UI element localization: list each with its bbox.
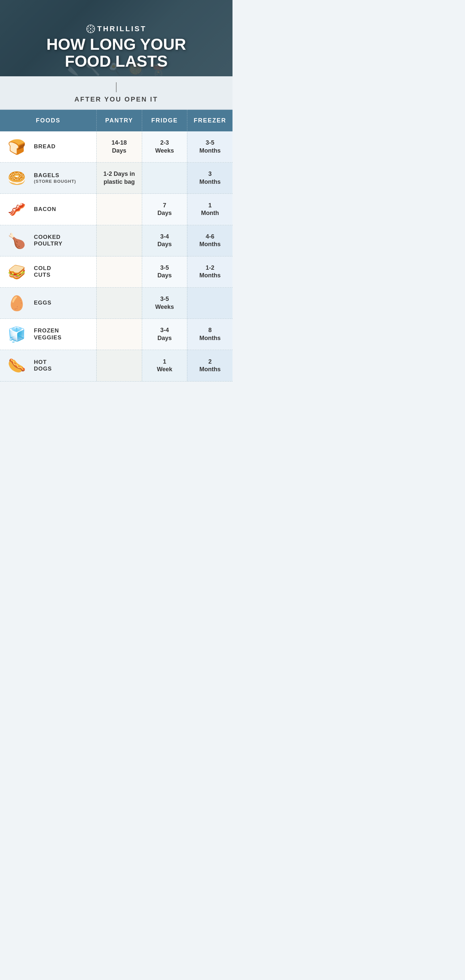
food-emoji-eggs: 🥚 [3,294,30,312]
food-emoji-bacon: 🥓 [3,200,30,219]
food-row-hot-dogs: 🌭HOT DOGS1 Week2 Months [0,350,232,381]
svg-line-7 [92,30,93,32]
freezer-bread: 3-5 Months [187,131,232,162]
table-header: FOODS PANTRY FRIDGE FREEZER [0,110,232,131]
fridge-frozen-veggies: 3-4 Days [142,319,187,350]
hero-content: THRILLIST HOW LONG YOUR FOOD LASTS [46,24,186,70]
fridge-cold-cuts: 3-5 Days [142,256,187,287]
subtitle-text: AFTER YOU OPEN IT [74,95,158,103]
pantry-bacon [96,194,142,224]
fridge-cooked-poultry: 3-4 Days [142,225,187,256]
header-fridge: FRIDGE [142,110,187,131]
hero-title: HOW LONG YOUR FOOD LASTS [46,36,186,70]
food-label-frozen-veggies: FROZEN VEGGIES [34,328,62,341]
fridge-eggs: 3-5 Weeks [142,288,187,318]
pantry-frozen-veggies [96,319,142,350]
food-row-frozen-veggies: 🧊FROZEN VEGGIES3-4 Days8 Months [0,319,232,350]
subtitle-banner: AFTER YOU OPEN IT [0,76,232,110]
svg-point-1 [90,28,91,30]
svg-line-8 [92,26,93,27]
fridge-bacon: 7 Days [142,194,187,224]
food-row-bagels: 🥯BAGELS(STORE BOUGHT)1-2 Days in plastic… [0,162,232,194]
fridge-bread: 2-3 Weeks [142,131,187,162]
food-name-cooked-poultry: 🍗COOKED POULTRY [0,225,96,256]
food-label-bagels: BAGELS [34,172,76,179]
food-table: 🍞BREAD14-18 Days2-3 Weeks3-5 Months🥯BAGE… [0,131,232,382]
food-name-hot-dogs: 🌭HOT DOGS [0,350,96,381]
freezer-frozen-veggies: 8 Months [187,319,232,350]
food-label-cooked-poultry: COOKED POULTRY [34,234,62,248]
food-name-cold-cuts: 🥪COLD CUTS [0,256,96,287]
food-name-eggs: 🥚EGGS [0,288,96,318]
pantry-eggs [96,288,142,318]
food-row-cooked-poultry: 🍗COOKED POULTRY3-4 Days4-6 Months [0,225,232,256]
freezer-cold-cuts: 1-2 Months [187,256,232,287]
food-emoji-bagels: 🥯 [3,169,30,188]
food-row-bacon: 🥓BACON7 Days1 Month [0,194,232,225]
header-pantry: PANTRY [96,110,142,131]
pantry-bread: 14-18 Days [96,131,142,162]
food-emoji-cooked-poultry: 🍗 [3,231,30,250]
fridge-hot-dogs: 1 Week [142,350,187,381]
svg-line-9 [88,30,89,32]
food-name-bacon: 🥓BACON [0,194,96,224]
food-label-cold-cuts: COLD CUTS [34,265,51,279]
pantry-cold-cuts [96,256,142,287]
food-emoji-cold-cuts: 🥪 [3,262,30,281]
freezer-bagels: 3 Months [187,162,232,193]
food-name-bread: 🍞BREAD [0,131,96,162]
pantry-hot-dogs [96,350,142,381]
food-label-bacon: BACON [34,206,56,213]
freezer-eggs [187,288,232,318]
pantry-cooked-poultry [96,225,142,256]
food-name-bagels: 🥯BAGELS(STORE BOUGHT) [0,162,96,193]
food-emoji-frozen-veggies: 🧊 [3,325,30,344]
svg-line-6 [88,26,89,27]
header-freezer: FREEZER [187,110,232,131]
pantry-bagels: 1-2 Days in plastic bag [96,162,142,193]
food-label-eggs: EGGS [34,299,51,306]
brand-icon [86,24,95,33]
food-row-eggs: 🥚EGGS3-5 Weeks [0,288,232,319]
food-label-hot-dogs: HOT DOGS [34,359,52,372]
food-emoji-hot-dogs: 🌭 [3,356,30,375]
header-foods: FOODS [0,110,96,131]
fridge-bagels [142,162,187,193]
food-row-bread: 🍞BREAD14-18 Days2-3 Weeks3-5 Months [0,131,232,162]
food-row-cold-cuts: 🥪COLD CUTS3-5 Days1-2 Months [0,256,232,288]
brand-logo: THRILLIST [46,24,186,33]
freezer-bacon: 1 Month [187,194,232,224]
food-sublabel-bagels: (STORE BOUGHT) [34,179,76,184]
hero-section: 🔪🥄🍳🥘🫕 THRILLIST HOW LONG YOUR FOOD LASTS [0,0,232,76]
food-name-frozen-veggies: 🧊FROZEN VEGGIES [0,319,96,350]
food-emoji-bread: 🍞 [3,137,30,156]
brand-name: THRILLIST [97,25,147,33]
freezer-cooked-poultry: 4-6 Months [187,225,232,256]
freezer-hot-dogs: 2 Months [187,350,232,381]
food-label-bread: BREAD [34,143,56,150]
